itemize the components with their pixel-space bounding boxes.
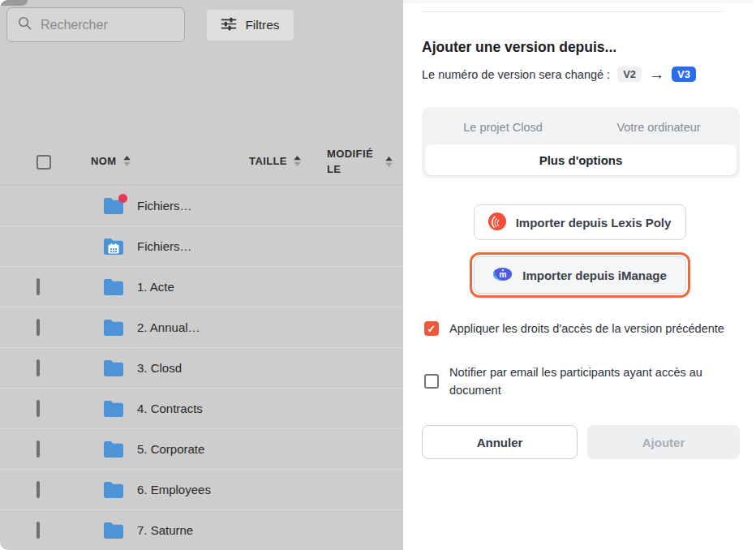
modal-top-strip: [403, 0, 756, 3]
imanage-icon: m: [492, 267, 513, 284]
row-checkbox[interactable]: [37, 400, 40, 417]
row-label: 7. Saturne: [137, 523, 193, 537]
cancel-button[interactable]: Annuler: [422, 425, 578, 459]
folder-icon: [103, 278, 124, 296]
version-change-line: Le numéro de version sera changé : V2 → …: [422, 67, 696, 82]
column-header-taille[interactable]: TAILLE: [249, 154, 302, 168]
row-checkbox-cell: [0, 483, 81, 497]
row-label: 2. Annual…: [137, 320, 200, 334]
version-to-badge: V3: [672, 67, 696, 82]
folder-icon: [103, 319, 124, 337]
add-version-modal: Ajouter une version depuis... Le numéro …: [403, 0, 756, 550]
column-header-modifie-le[interactable]: MODIFIÉ LE: [327, 146, 393, 177]
table-row[interactable]: 3. Closd: [0, 348, 403, 389]
folder-table-body: Fichiers…: [0, 186, 403, 550]
modal-top-divider: [422, 11, 724, 12]
import-lexis-poly-button[interactable]: Importer depuis Lexis Poly: [474, 204, 686, 240]
folder-icon: [103, 400, 124, 418]
row-checkbox[interactable]: [37, 440, 40, 458]
row-checkbox-cell: [0, 320, 81, 335]
row-label: 3. Closd: [137, 361, 182, 375]
clipped-element: [0, 0, 28, 6]
apply-rights-label: Appliquer les droits d'accès de la versi…: [449, 320, 724, 337]
table-row[interactable]: 1. Acte: [0, 267, 403, 307]
row-checkbox[interactable]: [37, 278, 40, 295]
import-imanage-button[interactable]: m Importer depuis iManage: [474, 256, 686, 294]
search-input[interactable]: [41, 18, 174, 32]
sort-icon: [122, 154, 131, 168]
row-checkbox-cell: [0, 280, 81, 294]
tab-le-projet-closd[interactable]: Le projet Closd: [425, 110, 581, 144]
table-row[interactable]: 7. Saturne: [0, 510, 403, 550]
table-row[interactable]: 6. Employees: [0, 470, 403, 510]
row-checkbox[interactable]: [37, 319, 40, 336]
row-checkbox-cell: [0, 442, 81, 457]
row-checkbox[interactable]: [37, 522, 40, 539]
calendar-overlay-icon: [108, 243, 119, 254]
row-label: 4. Contracts: [137, 402, 203, 415]
sort-icon: [384, 155, 393, 169]
folder-icon: [103, 440, 124, 458]
column-header-nom[interactable]: NOM: [91, 154, 131, 168]
search-icon: [17, 15, 32, 34]
table-row[interactable]: 5. Corporate: [0, 429, 403, 470]
row-label: 5. Corporate: [137, 442, 204, 456]
file-browser-panel: Filtres NOM TAILLE MODIFIÉ LE: [0, 0, 403, 550]
notify-email-label: Notifier par email les participants ayan…: [449, 363, 737, 399]
filter-sliders-icon: [221, 16, 237, 35]
row-checkbox-cell: [0, 361, 81, 376]
table-row[interactable]: Fichiers…: [0, 226, 403, 267]
column-label: TAILLE: [249, 155, 287, 167]
sort-icon: [293, 154, 302, 168]
filters-button[interactable]: Filtres: [207, 10, 294, 41]
app-window: Filtres NOM TAILLE MODIFIÉ LE: [0, 0, 756, 550]
row-label: Fichiers…: [137, 239, 192, 253]
row-checkbox-cell: [0, 402, 81, 416]
tab-plus-options[interactable]: Plus d'options: [425, 144, 737, 175]
row-label: 6. Employees: [137, 483, 211, 496]
table-row[interactable]: 2. Annual…: [0, 307, 403, 348]
tab-row: Le projet Closd Votre ordinateur: [425, 110, 737, 144]
table-row[interactable]: Fichiers…: [0, 186, 403, 226]
version-from-badge: V2: [617, 67, 642, 82]
notify-email-option[interactable]: ✓ Notifier par email les participants ay…: [424, 363, 737, 399]
search-box: [6, 7, 185, 42]
svg-text:m: m: [500, 269, 507, 278]
apply-rights-checkbox[interactable]: ✓: [424, 321, 439, 336]
import-lexis-poly-label: Importer depuis Lexis Poly: [516, 216, 672, 230]
column-label: NOM: [91, 155, 117, 167]
tab-votre-ordinateur[interactable]: Votre ordinateur: [581, 110, 737, 144]
folder-icon: [103, 359, 124, 377]
row-checkbox-cell: [0, 523, 81, 538]
row-label: 1. Acte: [137, 280, 174, 294]
modal-title: Ajouter une version depuis...: [422, 39, 616, 56]
folder-icon: [103, 197, 124, 215]
row-checkbox-cell: [0, 239, 81, 254]
notify-email-checkbox[interactable]: ✓: [424, 374, 439, 389]
source-tab-group: Le projet Closd Votre ordinateur Plus d'…: [422, 107, 740, 178]
table-header: NOM TAILLE MODIFIÉ LE: [0, 138, 403, 186]
check-icon: ✓: [427, 324, 436, 334]
import-imanage-label: Importer depuis iManage: [522, 269, 667, 282]
filters-button-label: Filtres: [245, 18, 279, 32]
apply-rights-option[interactable]: ✓ Appliquer les droits d'accès de la ver…: [424, 320, 737, 337]
version-change-label: Le numéro de version sera changé :: [422, 68, 610, 81]
folder-icon: [103, 481, 124, 499]
row-label: Fichiers…: [137, 199, 192, 213]
table-row[interactable]: 4. Contracts: [0, 389, 403, 429]
select-all-checkbox[interactable]: [37, 155, 51, 170]
submit-button[interactable]: Ajouter: [587, 425, 740, 459]
row-checkbox[interactable]: [37, 481, 40, 498]
folder-icon: [103, 522, 124, 539]
row-checkbox[interactable]: [37, 359, 40, 376]
column-label: MODIFIÉ LE: [327, 146, 379, 177]
lexis-poly-icon: [488, 213, 506, 233]
folder-icon: [103, 238, 124, 256]
imanage-highlight-ring: m Importer depuis iManage: [470, 252, 690, 298]
arrow-right-icon: →: [649, 67, 664, 82]
row-checkbox-cell: [0, 199, 81, 213]
notification-dot-icon: [118, 194, 127, 203]
